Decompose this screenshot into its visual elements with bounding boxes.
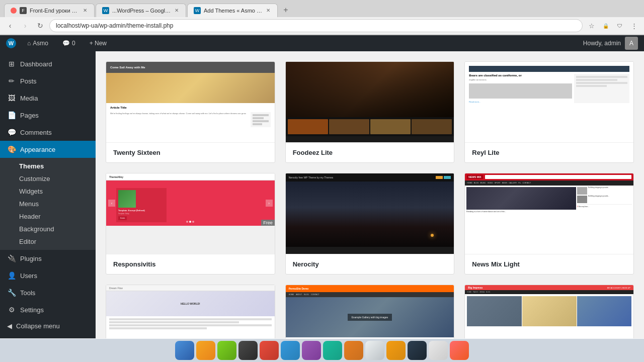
submenu-menus[interactable]: Menus	[0, 198, 96, 210]
preview-content: We're finding feelings we've always know…	[106, 112, 275, 127]
pages-icon: 📄	[7, 111, 16, 120]
preview-content: Breaking is a form of street dance and o…	[465, 186, 633, 215]
tab-close-btn-2[interactable]: ✕	[174, 8, 180, 14]
admin-avatar[interactable]: A	[625, 37, 638, 50]
preview-arrow-left[interactable]: ‹	[108, 200, 115, 207]
ext-icon-2[interactable]: 🛡	[614, 20, 626, 32]
news-text-2: Did lifting shopping to provide...	[588, 196, 609, 203]
theme-card-dream-flow[interactable]: Dream Flow HELLO WORLD! Dream Flow	[106, 285, 275, 338]
preview-img-box	[118, 190, 136, 208]
sidebar-item-dashboard[interactable]: ⊞ Dashboard	[0, 55, 96, 72]
preview-article-text: Breaking is a form of street dance and o…	[466, 211, 576, 213]
admin-bar-site[interactable]: ⌂ Asmo	[24, 35, 51, 51]
sidebar-item-posts[interactable]: ✏ Posts	[0, 72, 96, 89]
dock-icon-7[interactable]	[323, 341, 342, 360]
dock-icon-9[interactable]	[365, 341, 384, 360]
new-tab-btn[interactable]: +	[279, 3, 293, 17]
theme-name-twenty-sixteen: Twenty Sixteen	[106, 142, 275, 162]
sidebar-item-pages[interactable]: 📄 Pages	[0, 107, 96, 124]
tab-close-btn-1[interactable]: ✕	[82, 8, 88, 14]
permasite-brand: PermaSite Demo	[289, 287, 309, 290]
sidebar-item-appearance[interactable]: 🎨 Appearance	[0, 141, 96, 158]
back-btn[interactable]: ‹	[4, 20, 16, 32]
theme-card-reyl-lite[interactable]: Bears are classified as caniforms, or do…	[464, 61, 634, 163]
theme-card-permasite-demo[interactable]: PermaSite Demo HOME ABOUT BLOG CONTACT E…	[285, 285, 455, 338]
sidebar-label-media: Media	[20, 95, 38, 102]
media-icon: 🖼	[7, 94, 16, 103]
theme-card-responsivitis[interactable]: ThemeAlley ‹ Template: Excerpt (Defined)…	[106, 173, 275, 275]
reload-btn[interactable]: ↻	[34, 20, 46, 32]
submenu-editor[interactable]: Editor	[0, 235, 96, 248]
browser-tab-2[interactable]: W ...WordPress – Google диск ✕	[96, 4, 186, 17]
admin-bar-right: Howdy, admin A	[583, 37, 638, 50]
preview-img-2	[522, 296, 577, 326]
sidebar-item-comments[interactable]: 💬 Comments	[0, 124, 96, 141]
tab-traffic-light-1[interactable]	[11, 8, 17, 14]
dock-icon-8[interactable]	[344, 341, 363, 360]
editor-label: Editor	[19, 238, 36, 245]
preview-content: Bears are classified as caniforms, or do…	[469, 74, 629, 103]
dock-icon-6[interactable]	[302, 341, 321, 360]
customize-label: Customize	[19, 175, 50, 183]
menu-btn[interactable]: ⋮	[628, 20, 640, 32]
dock-icon-1[interactable]	[196, 341, 215, 360]
dock-icon-2[interactable]	[217, 341, 236, 360]
browser-tab-1[interactable]: F Front-End уроки HTML, CSS... ✕	[4, 4, 95, 17]
browser-tab-3[interactable]: W Add Themes « Asmo — Word... ✕	[187, 4, 278, 17]
theme-preview-twenty-sixteen: Come Sail Away with Me Article Title We'…	[106, 62, 275, 142]
sidebar-item-media[interactable]: 🖼 Media	[0, 89, 96, 107]
theme-card-twenty-sixteen[interactable]: Come Sail Away with Me Article Title We'…	[106, 61, 275, 163]
preview-img-1	[467, 296, 521, 326]
theme-preview-dream-flow: Dream Flow HELLO WORLD!	[106, 285, 275, 338]
admin-bar-new[interactable]: + New	[87, 35, 110, 51]
theme-card-news-mix-light[interactable]: NEWS MIX HOME BLOG MUSIC VIDEO SPORT NEW…	[464, 173, 634, 275]
dock-icon-10[interactable]	[386, 341, 406, 360]
submenu-themes[interactable]: Themes	[0, 160, 96, 172]
site-name: Asmo	[33, 40, 48, 47]
free-badge: Free	[261, 220, 275, 226]
dock-icon-13[interactable]	[450, 341, 469, 360]
bookmark-btn[interactable]: ☆	[586, 20, 598, 32]
comment-icon: 💬	[62, 40, 70, 47]
dock-icon-11[interactable]	[408, 341, 427, 360]
theme-card-nerocity[interactable]: Nerocity free WP Theme by my Themes	[285, 173, 455, 275]
tab-close-btn-3[interactable]: ✕	[265, 8, 271, 14]
submenu-header[interactable]: Header	[0, 210, 96, 223]
submenu-background[interactable]: Background	[0, 223, 96, 235]
dock-icon-12[interactable]	[429, 341, 448, 360]
preview-nav: HOME PAGES MEDIA BLOG	[465, 290, 633, 294]
theme-preview-newsmix: NEWS MIX HOME BLOG MUSIC VIDEO SPORT NEW…	[465, 173, 633, 254]
preview-arrow-right[interactable]: ›	[266, 200, 273, 207]
collapse-menu[interactable]: ◀ Collapse menu	[0, 318, 96, 334]
dock-icon-3[interactable]	[238, 341, 258, 360]
sidebar-item-users[interactable]: 👤 Users	[0, 267, 96, 284]
address-bar[interactable]	[49, 19, 583, 32]
news-img-1	[577, 187, 587, 195]
tab-title-2: ...WordPress – Google диск	[112, 8, 171, 14]
wp-logo[interactable]: W	[6, 38, 16, 48]
ext-icon-1[interactable]: 🔒	[600, 20, 612, 32]
submenu-widgets[interactable]: Widgets	[0, 185, 96, 198]
sidebar-item-plugins[interactable]: 🔌 Plugins	[0, 250, 96, 267]
dock-icon-4[interactable]	[260, 341, 279, 360]
home-icon: ⌂	[27, 40, 31, 47]
preview-top: NEWS MIX	[465, 173, 633, 180]
nav-item-1: HOME	[467, 182, 472, 184]
background-label: Background	[19, 225, 54, 233]
dock-icon-finder[interactable]	[175, 341, 194, 360]
appearance-icon: 🎨	[7, 145, 16, 154]
theme-card-foodeez-lite[interactable]: Foodeez Lite	[285, 61, 455, 163]
appearance-submenu: Themes Customize Widgets Menus Header	[0, 158, 96, 250]
dock-icon-5[interactable]	[281, 341, 300, 360]
preview-hero: HELLO WORLD!	[106, 291, 275, 316]
sidebar-item-settings[interactable]: ⚙ Settings	[0, 301, 96, 318]
preview-thumbnails	[286, 117, 454, 136]
sidebar-item-tools[interactable]: 🔧 Tools	[0, 284, 96, 301]
news-img-2	[577, 196, 587, 203]
admin-bar-comments[interactable]: 💬 0	[59, 35, 78, 51]
theme-card-big-impresa[interactable]: Big Impresa MY ACCOUNT | SIGN UP HOME PA…	[464, 285, 634, 338]
themes-grid: Come Sail Away with Me Article Title We'…	[96, 51, 644, 338]
sidebar-label-dashboard: Dashboard	[20, 60, 52, 68]
forward-btn[interactable]: ›	[19, 20, 31, 32]
submenu-customize[interactable]: Customize	[0, 172, 96, 185]
